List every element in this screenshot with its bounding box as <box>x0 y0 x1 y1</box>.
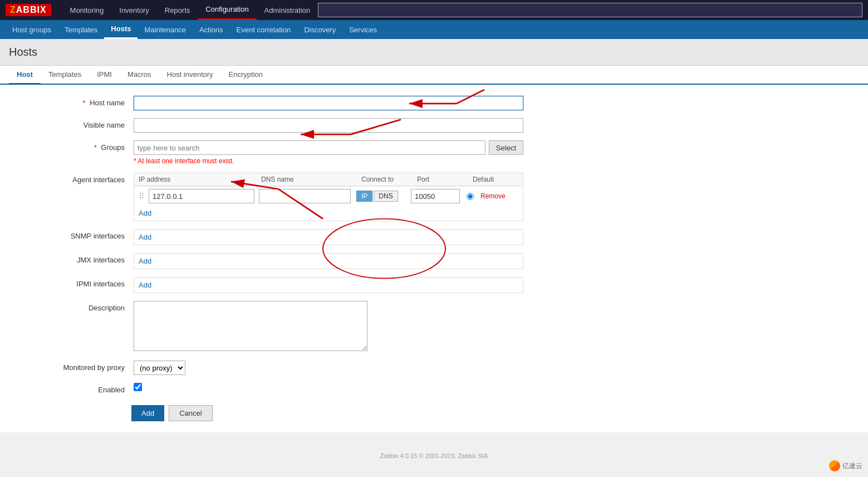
nav-monitoring[interactable]: Monitoring <box>62 0 112 20</box>
connect-ip-button[interactable]: IP <box>356 191 372 202</box>
col-default-label: Default <box>473 176 518 183</box>
watermark-text: 亿速云 <box>842 461 862 469</box>
nav-administration[interactable]: Administration <box>257 0 318 20</box>
search-input[interactable] <box>318 3 862 17</box>
col-dns-label: DNS name <box>261 176 361 183</box>
enabled-row: Enabled <box>0 383 868 394</box>
groups-error: * At least one interface must exist. <box>134 157 523 165</box>
col-ip-label: IP address <box>139 176 261 183</box>
ipmi-label: IPMI interfaces <box>11 277 134 288</box>
proxy-field: (no proxy) <box>134 361 523 375</box>
dns-name-input[interactable] <box>259 189 351 203</box>
nav-inventory[interactable]: Inventory <box>111 0 156 20</box>
enabled-checkbox[interactable] <box>134 383 142 391</box>
groups-label: * Groups <box>11 140 134 152</box>
add-agent-interface-link[interactable]: Add <box>134 206 523 221</box>
add-ipmi-link[interactable]: Add <box>139 281 518 289</box>
host-name-field <box>134 96 523 110</box>
jmx-label: JMX interfaces <box>11 253 134 264</box>
description-textarea[interactable] <box>134 301 367 351</box>
cancel-button[interactable]: Cancel <box>169 405 212 421</box>
snmp-interfaces-row: SNMP interfaces Add <box>0 229 868 245</box>
add-button[interactable]: Add <box>131 405 164 421</box>
host-name-row: * Host name <box>0 96 868 110</box>
description-field <box>134 301 523 353</box>
connect-dns-button[interactable]: DNS <box>374 191 398 202</box>
tab-ipmi[interactable]: IPMI <box>89 66 120 85</box>
ipmi-interfaces-row: IPMI interfaces Add <box>0 277 868 293</box>
add-snmp-link[interactable]: Add <box>139 233 518 241</box>
subnav-actions[interactable]: Actions <box>193 20 230 39</box>
footer: Zabbix 4.0.15 © 2001-2019, Zabbix SIA <box>0 444 868 468</box>
tab-host[interactable]: Host <box>9 66 41 85</box>
visible-name-input[interactable] <box>134 118 523 133</box>
subnav-templates[interactable]: Templates <box>58 20 104 39</box>
nav-configuration[interactable]: Configuration <box>198 0 256 20</box>
proxy-select[interactable]: (no proxy) <box>134 361 185 375</box>
connect-buttons: IP DNS <box>356 191 406 202</box>
groups-search-input[interactable] <box>134 140 486 155</box>
subnav-maintenance[interactable]: Maintenance <box>138 20 192 39</box>
interface-row-1: ⠿ IP DNS Remove <box>134 186 523 206</box>
tab-bar: Host Templates IPMI Macros Host inventor… <box>0 66 868 85</box>
col-port-label: Port <box>417 176 473 183</box>
footer-text: Zabbix 4.0.15 © 2001-2019, Zabbix SIA <box>380 452 488 459</box>
required-marker: * <box>82 99 85 107</box>
ip-address-input[interactable] <box>149 189 254 203</box>
top-nav-items: Monitoring Inventory Reports Configurati… <box>62 0 318 20</box>
groups-row: * Groups Select * At least one interface… <box>0 140 868 165</box>
description-row: Description <box>0 301 868 353</box>
add-jmx-link[interactable]: Add <box>139 257 518 265</box>
port-input[interactable] <box>411 189 460 203</box>
description-label: Description <box>11 301 134 312</box>
subnav-hosts[interactable]: Hosts <box>104 20 138 39</box>
agent-interfaces-field: IP address DNS name Connect to Port Defa… <box>134 173 523 221</box>
default-radio[interactable] <box>467 193 474 200</box>
groups-required: * <box>94 143 97 152</box>
interfaces-table: IP address DNS name Connect to Port Defa… <box>134 173 523 221</box>
jmx-field: Add <box>134 253 523 269</box>
main-content: ZABBIX Monitoring Inventory Reports Conf… <box>0 0 868 468</box>
host-name-input[interactable] <box>134 96 523 110</box>
interfaces-header: IP address DNS name Connect to Port Defa… <box>134 173 523 186</box>
visible-name-row: Visible name <box>0 118 868 133</box>
snmp-interfaces-container: Add <box>134 229 523 245</box>
enabled-label: Enabled <box>11 383 134 394</box>
nav-reports[interactable]: Reports <box>157 0 198 20</box>
sub-nav: Host groups Templates Hosts Maintenance … <box>0 20 868 39</box>
proxy-row: Monitored by proxy (no proxy) <box>0 361 868 375</box>
ipmi-field: Add <box>134 277 523 293</box>
ipmi-interfaces-container: Add <box>134 277 523 293</box>
subnav-discovery[interactable]: Discovery <box>297 20 342 39</box>
watermark-icon <box>829 460 840 468</box>
tab-host-inventory[interactable]: Host inventory <box>159 66 221 85</box>
tab-encryption[interactable]: Encryption <box>221 66 271 85</box>
col-connect-label: Connect to <box>361 176 417 183</box>
host-name-label: * Host name <box>11 96 134 107</box>
tab-macros[interactable]: Macros <box>120 66 159 85</box>
remove-link[interactable]: Remove <box>480 192 506 200</box>
logo: ZABBIX <box>6 4 51 16</box>
proxy-label: Monitored by proxy <box>11 361 134 372</box>
subnav-event-correlation[interactable]: Event correlation <box>230 20 298 39</box>
action-buttons: Add Cancel <box>0 405 868 421</box>
agent-interfaces-row: Agent interfaces IP address DNS name Con… <box>0 173 868 221</box>
subnav-host-groups[interactable]: Host groups <box>6 20 58 39</box>
groups-field: Select * At least one interface must exi… <box>134 140 523 165</box>
visible-name-label: Visible name <box>11 118 134 129</box>
page-title: Hosts <box>9 46 859 59</box>
subnav-services[interactable]: Services <box>342 20 384 39</box>
jmx-interfaces-container: Add <box>134 253 523 269</box>
logo-z: Z <box>10 5 16 14</box>
snmp-label: SNMP interfaces <box>11 229 134 240</box>
page-header: Hosts <box>0 39 868 66</box>
snmp-field: Add <box>134 229 523 245</box>
select-button[interactable]: Select <box>489 140 523 155</box>
svg-point-7 <box>323 219 445 279</box>
drag-handle: ⠿ <box>139 192 144 201</box>
form-area: * Host name Visible name * Groups <box>0 85 868 432</box>
tab-templates[interactable]: Templates <box>41 66 89 85</box>
groups-input-row: Select <box>134 140 523 155</box>
visible-name-field <box>134 118 523 133</box>
watermark: 亿速云 <box>829 460 862 468</box>
